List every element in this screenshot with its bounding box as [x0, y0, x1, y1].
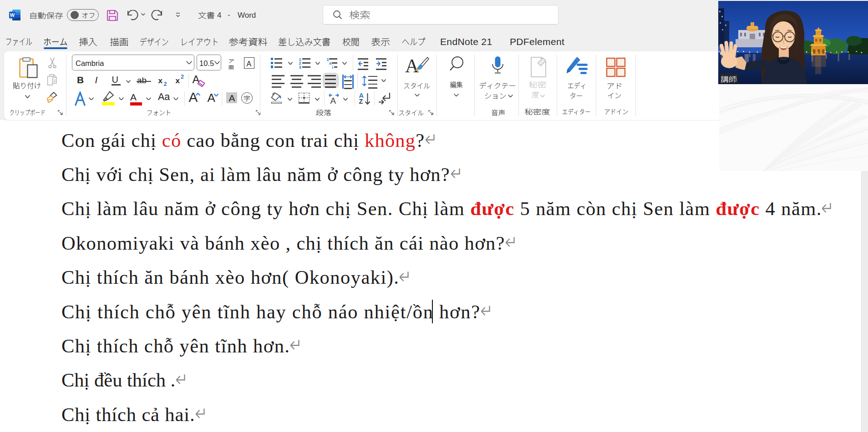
svg-text:W: W	[10, 12, 15, 18]
